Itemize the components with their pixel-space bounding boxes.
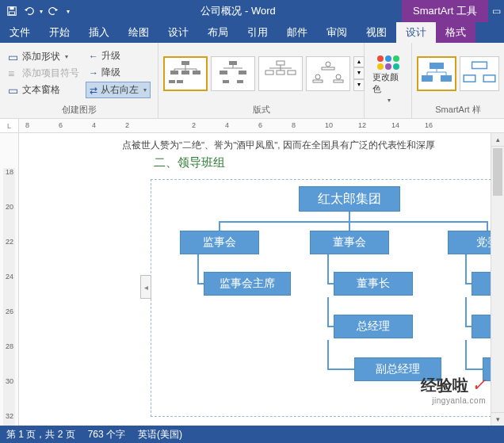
style-thumb-2[interactable] — [460, 56, 499, 91]
tab-layout[interactable]: 布局 — [198, 22, 238, 43]
text-pane-button[interactable]: ▭文本窗格 — [5, 82, 82, 97]
chevron-down-icon: ▾ — [388, 97, 391, 104]
layout-thumb-3[interactable] — [258, 56, 303, 91]
scroll-up-icon[interactable]: ▴ — [491, 133, 504, 147]
document-canvas[interactable]: 点被世人赞为"二绝"、誉为"酒甲凤凰", 因而在全国具有广泛的代表性和深厚 二、… — [19, 133, 491, 426]
org-node[interactable]: 监事会主席 — [204, 272, 291, 296]
text-pane-label: 文本窗格 — [22, 83, 60, 97]
rtl-button[interactable]: ⇄从右向左▾ — [86, 82, 151, 98]
style-thumb-1[interactable] — [417, 56, 456, 91]
quick-access-toolbar: ▾ ▾ — [0, 4, 74, 18]
layout-thumb-4[interactable] — [306, 56, 350, 91]
svg-rect-17 — [237, 80, 243, 83]
svg-rect-6 — [193, 71, 200, 74]
promote-label: 升级 — [101, 49, 120, 63]
color-swatch-icon — [377, 55, 399, 62]
titlebar: ▾ ▾ 公司概况 - Word SmartArt 工具 ▭ — [0, 0, 504, 22]
org-node[interactable]: 党委 — [448, 231, 491, 254]
svg-rect-23 — [288, 71, 296, 74]
add-bullet-button[interactable]: ≡添加项目符号 — [5, 66, 82, 81]
svg-rect-33 — [422, 75, 433, 82]
tab-design[interactable]: 设计 — [158, 22, 198, 43]
svg-rect-3 — [181, 61, 189, 65]
add-shape-label: 添加形状 — [22, 50, 60, 63]
ribbon-group-layouts: ▴ ▾ ▾ 版式 — [158, 43, 365, 118]
status-page[interactable]: 第 1 页，共 2 页 — [6, 428, 75, 441]
demote-label: 降级 — [101, 66, 120, 79]
tab-mailings[interactable]: 邮件 — [277, 22, 317, 43]
qat-customize-icon[interactable]: ▾ — [67, 8, 70, 15]
org-node[interactable]: 总经理 — [334, 315, 413, 338]
layout-thumb-2[interactable] — [211, 56, 255, 91]
tab-review[interactable]: 审阅 — [317, 22, 357, 43]
save-icon[interactable] — [5, 4, 19, 18]
add-shape-button[interactable]: ▭添加形状▾ — [5, 49, 82, 64]
ribbon-group-styles: SmartArt 样 — [412, 43, 504, 118]
tab-smartart-design[interactable]: 设计 — [396, 22, 436, 43]
contextual-tab-label: SmartArt 工具 — [402, 0, 488, 22]
svg-rect-20 — [277, 61, 284, 65]
horizontal-ruler: L 8 6 4 2 2 4 6 8 10 12 14 16 — [0, 119, 504, 133]
ribbon-group-colors: 更改颜色 ▾ — [365, 43, 412, 118]
layout-thumb-1[interactable] — [163, 56, 208, 91]
gallery-spinner: ▴ ▾ ▾ — [353, 56, 365, 91]
org-node[interactable]: 党委 — [472, 272, 491, 296]
svg-point-29 — [336, 74, 341, 79]
document-area: 18 20 22 24 26 28 30 32 点被世人赞为"二绝"、誉为"酒甲… — [0, 133, 504, 426]
svg-rect-13 — [229, 61, 237, 65]
scroll-down-icon[interactable]: ▾ — [491, 412, 504, 426]
chevron-down-icon: ▾ — [143, 86, 147, 94]
watermark-brand: 经验啦 — [421, 376, 468, 394]
text-pane-handle[interactable]: ◂ — [140, 275, 151, 299]
gallery-more-icon[interactable]: ▾ — [353, 79, 365, 91]
undo-dropdown-icon[interactable]: ▾ — [40, 8, 43, 15]
tab-drawing[interactable]: 绘图 — [119, 22, 158, 43]
vertical-scrollbar[interactable]: ▴ ▾ — [491, 133, 504, 426]
svg-point-26 — [326, 62, 330, 67]
vertical-ruler[interactable]: 18 20 22 24 26 28 30 32 — [0, 133, 19, 426]
tab-file[interactable]: 文件 — [0, 22, 40, 43]
change-colors-button[interactable]: 更改颜色 ▾ — [369, 54, 407, 105]
demote-button[interactable]: →降级 — [86, 65, 151, 80]
hruler-scale[interactable]: 8 6 4 2 2 4 6 8 10 12 14 16 — [19, 119, 504, 132]
svg-rect-22 — [277, 71, 284, 74]
ribbon-group-label: SmartArt 样 — [417, 102, 499, 117]
svg-rect-40 — [464, 75, 475, 82]
undo-icon[interactable] — [22, 4, 36, 18]
status-language[interactable]: 英语(美国) — [138, 428, 182, 441]
svg-rect-8 — [177, 80, 183, 83]
ribbon-tabs: 文件 开始 插入 绘图 设计 布局 引用 邮件 审阅 视图 设计 格式 — [0, 22, 504, 43]
gallery-down-icon[interactable]: ▾ — [353, 67, 365, 79]
status-words[interactable]: 763 个字 — [88, 428, 125, 441]
svg-rect-4 — [170, 71, 178, 74]
gallery-up-icon[interactable]: ▴ — [353, 56, 365, 68]
tab-view[interactable]: 视图 — [357, 22, 396, 43]
promote-button[interactable]: ←升级 — [86, 48, 151, 63]
ruler-corner[interactable]: L — [0, 119, 19, 132]
tab-references[interactable]: 引用 — [238, 22, 277, 43]
window-title: 公司概况 - Word — [74, 4, 402, 18]
svg-rect-21 — [265, 71, 273, 74]
window-control[interactable]: ▭ — [488, 6, 504, 17]
svg-rect-7 — [169, 80, 175, 83]
org-node[interactable]: 董事会 — [310, 231, 389, 254]
svg-rect-32 — [430, 63, 444, 69]
org-node[interactable]: 党委副 — [472, 315, 491, 338]
document-heading: 二、领导班组 — [154, 155, 225, 170]
scroll-thumb[interactable] — [493, 148, 502, 196]
org-node[interactable]: 监事会 — [180, 231, 259, 254]
svg-rect-41 — [483, 75, 495, 82]
tab-insert[interactable]: 插入 — [79, 22, 119, 43]
redo-icon[interactable] — [46, 4, 60, 18]
svg-rect-27 — [322, 67, 334, 70]
svg-rect-15 — [239, 71, 246, 74]
org-node[interactable]: 董事长 — [334, 272, 413, 296]
svg-point-28 — [315, 74, 320, 79]
svg-rect-39 — [472, 62, 487, 68]
ribbon: ▭添加形状▾ ≡添加项目符号 ▭文本窗格 ←升级 →降级 ⇄从右向左▾ 创建图形… — [0, 43, 504, 119]
rtl-label: 从右向左 — [101, 83, 139, 97]
svg-rect-31 — [334, 80, 343, 82]
tab-smartart-format[interactable]: 格式 — [436, 22, 475, 43]
tab-home[interactable]: 开始 — [40, 22, 79, 43]
org-node-root[interactable]: 红太郎集团 — [299, 186, 400, 212]
